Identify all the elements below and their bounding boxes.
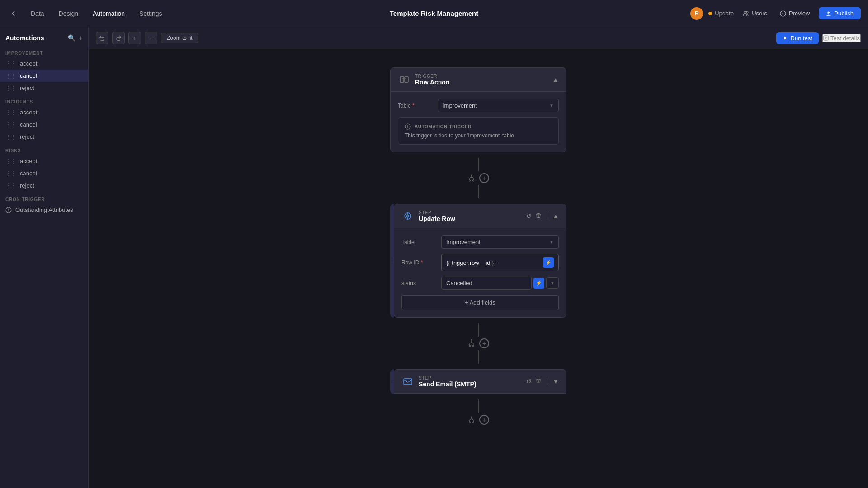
step1-delete-button[interactable] bbox=[535, 212, 542, 220]
sidebar-add-button[interactable]: + bbox=[79, 34, 83, 42]
svg-point-1 bbox=[746, 11, 748, 13]
add-step-button-1[interactable]: + bbox=[479, 173, 489, 183]
chevron-down-icon: ▼ bbox=[550, 281, 555, 286]
step1-status-select[interactable]: Cancelled bbox=[441, 277, 532, 290]
step1-status-value: Cancelled ⚡ ▼ bbox=[441, 277, 559, 290]
step1-card-header-left: Step Update Row bbox=[401, 210, 455, 222]
sidebar-item-improvement-accept[interactable]: ⋮⋮ accept bbox=[0, 57, 88, 70]
sidebar-item-risks-reject[interactable]: ⋮⋮ reject bbox=[0, 179, 88, 192]
zoom-out-button[interactable]: − bbox=[145, 32, 157, 44]
group-risks-label: RISKS bbox=[0, 143, 88, 155]
step2-delete-button[interactable] bbox=[535, 378, 542, 385]
nav-settings[interactable]: Settings bbox=[136, 8, 166, 19]
connector-line-2b bbox=[478, 350, 479, 364]
main-canvas: + − Zoom to fit Run test Test details bbox=[89, 27, 868, 488]
node-icon: ⋮⋮ bbox=[5, 61, 16, 67]
add-step-button-3[interactable]: + bbox=[479, 415, 489, 425]
trigger-icon bbox=[398, 73, 410, 86]
connector-icons-1: + bbox=[467, 173, 489, 183]
node-icon: ⋮⋮ bbox=[5, 183, 16, 189]
split-icon bbox=[467, 174, 476, 183]
connector-line-2 bbox=[478, 323, 479, 337]
step1-status-text: Cancelled bbox=[446, 280, 472, 286]
step1-collapse-button[interactable]: ▲ bbox=[552, 212, 559, 220]
split-icon-3 bbox=[467, 415, 476, 425]
step2-card: Step Send Email (SMTP) ↺ | ▼ bbox=[394, 369, 566, 394]
lightning-icon-status[interactable]: ⚡ bbox=[533, 278, 544, 289]
zoom-fit-button[interactable]: Zoom to fit bbox=[161, 33, 198, 43]
sidebar-item-label: reject bbox=[20, 84, 34, 91]
connector-line-1b bbox=[478, 185, 479, 198]
step1-rowid-input[interactable]: {{ trigger.row__id }} ⚡ bbox=[441, 254, 559, 271]
step2-drag-handle[interactable]: ⋮ bbox=[390, 369, 394, 394]
step2-icon bbox=[401, 375, 414, 388]
sidebar-search-button[interactable]: 🔍 bbox=[68, 34, 75, 42]
sidebar-item-label: accept bbox=[20, 158, 37, 164]
sidebar-item-risks-accept[interactable]: ⋮⋮ accept bbox=[0, 155, 88, 167]
step1-card-wrapper: ⋮ Step Update Row bbox=[390, 204, 566, 318]
sidebar: Automations 🔍 + IMPROVEMENT ⋮⋮ accept ⋮⋮… bbox=[0, 27, 89, 488]
lightning-icon-rowid[interactable]: ⚡ bbox=[543, 257, 554, 268]
split-icon-2 bbox=[467, 339, 476, 348]
topnav: Data Design Automation Settings Template… bbox=[0, 0, 868, 27]
sidebar-item-cron[interactable]: Outstanding Attributes bbox=[0, 204, 88, 216]
add-fields-button[interactable]: + Add fields bbox=[401, 295, 559, 310]
canvas-toolbar: + − Zoom to fit Run test Test details bbox=[89, 27, 868, 49]
trigger-collapse-button[interactable]: ▲ bbox=[552, 76, 559, 83]
trigger-table-select[interactable]: Improvement ▼ bbox=[438, 99, 559, 112]
publish-button[interactable]: Publish bbox=[819, 7, 861, 19]
step2-name: Send Email (SMTP) bbox=[419, 380, 476, 388]
step1-icon bbox=[401, 210, 414, 222]
step1-table-select[interactable]: Improvement ▼ bbox=[441, 235, 559, 249]
node-icon: ⋮⋮ bbox=[5, 85, 16, 91]
topnav-right: R Update Users Preview Publish bbox=[690, 7, 861, 20]
redo-button[interactable] bbox=[112, 32, 125, 44]
zoom-in-button[interactable]: + bbox=[128, 32, 141, 44]
nav-data[interactable]: Data bbox=[27, 8, 48, 19]
step1-table-label: Table bbox=[401, 239, 438, 245]
step1-name: Update Row bbox=[419, 215, 455, 222]
sidebar-item-risks-cancel[interactable]: ⋮⋮ cancel bbox=[0, 167, 88, 179]
step1-card-header: Step Update Row ↺ | ▲ bbox=[394, 204, 566, 228]
add-step-button-2[interactable]: + bbox=[479, 338, 489, 348]
trigger-info-label: AUTOMATION TRIGGER bbox=[415, 124, 472, 129]
users-button[interactable]: Users bbox=[739, 8, 771, 19]
sidebar-item-improvement-cancel[interactable]: ⋮⋮ cancel bbox=[0, 70, 88, 82]
trigger-card-header-left: Trigger Row Action bbox=[398, 73, 449, 86]
sidebar-item-label: cancel bbox=[20, 72, 37, 79]
step2-refresh-button[interactable]: ↺ bbox=[526, 378, 532, 385]
step1-status-dropdown[interactable]: ▼ bbox=[546, 277, 559, 289]
trigger-info-text: This trigger is tied to your 'Improvemen… bbox=[405, 132, 552, 139]
preview-button[interactable]: Preview bbox=[776, 8, 813, 19]
update-button[interactable]: Update bbox=[708, 10, 734, 17]
connector-line-3 bbox=[478, 399, 479, 413]
undo-button[interactable] bbox=[96, 32, 108, 44]
svg-point-14 bbox=[471, 339, 472, 341]
back-button[interactable] bbox=[7, 7, 20, 20]
sidebar-item-incidents-cancel[interactable]: ⋮⋮ cancel bbox=[0, 118, 88, 131]
sidebar-item-incidents-reject[interactable]: ⋮⋮ reject bbox=[0, 131, 88, 143]
test-details-button[interactable]: Test details bbox=[822, 34, 861, 42]
sidebar-header: Automations 🔍 + bbox=[0, 31, 88, 45]
step2-collapse-button[interactable]: ▼ bbox=[552, 378, 559, 385]
step1-drag-handle[interactable]: ⋮ bbox=[390, 204, 394, 318]
publish-label: Publish bbox=[834, 10, 854, 17]
sidebar-item-improvement-reject[interactable]: ⋮⋮ reject bbox=[0, 82, 88, 94]
test-details-label: Test details bbox=[830, 35, 860, 42]
connector-icons-3: + bbox=[467, 415, 489, 425]
sidebar-item-incidents-accept[interactable]: ⋮⋮ accept bbox=[0, 106, 88, 118]
nav-design[interactable]: Design bbox=[55, 8, 82, 19]
svg-point-20 bbox=[473, 422, 474, 423]
preview-label: Preview bbox=[789, 10, 810, 17]
topnav-left: Data Design Automation Settings bbox=[7, 7, 166, 20]
nav-automation[interactable]: Automation bbox=[89, 8, 128, 19]
run-test-button[interactable]: Run test bbox=[776, 32, 819, 44]
node-icon: ⋮⋮ bbox=[5, 170, 16, 177]
svg-rect-6 bbox=[405, 77, 408, 82]
svg-point-18 bbox=[471, 416, 472, 417]
step2-card-wrapper: ⋮ Step Send Email (SMTP) bbox=[390, 369, 566, 394]
svg-point-15 bbox=[469, 345, 471, 347]
step1-refresh-button[interactable]: ↺ bbox=[526, 212, 532, 220]
svg-rect-5 bbox=[400, 77, 404, 82]
connector-2: + bbox=[467, 318, 489, 369]
